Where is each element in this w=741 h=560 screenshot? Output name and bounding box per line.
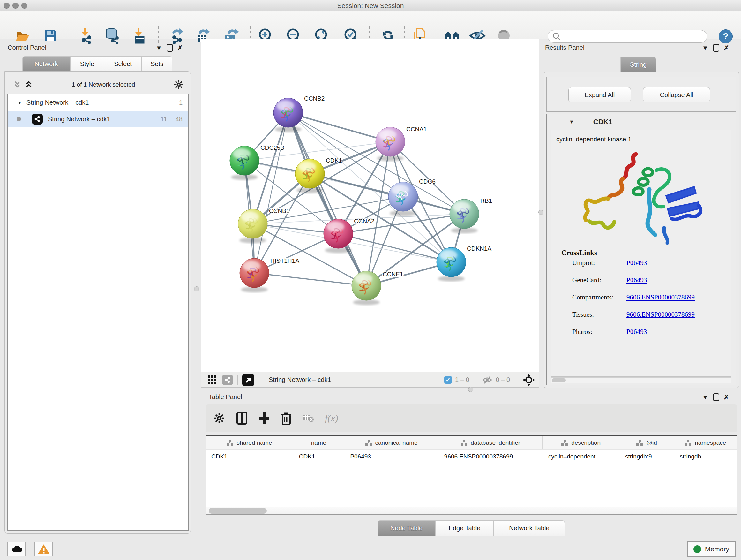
table-cell[interactable]: CDK1	[293, 450, 345, 464]
node-label-CCNE1: CCNE1	[383, 271, 403, 277]
selected-checkbox-icon[interactable]: ✓	[444, 376, 452, 384]
panel-float-icon[interactable]	[166, 44, 173, 52]
collapse-triangle-icon[interactable]: ▼	[569, 119, 574, 125]
export-network-icon[interactable]	[169, 27, 186, 44]
table-cell[interactable]: CDK1	[205, 450, 293, 464]
column-header-name[interactable]: name	[293, 436, 345, 449]
node-label-CDKN1A: CDKN1A	[467, 245, 491, 252]
tab-select[interactable]: Select	[104, 56, 142, 71]
save-session-icon[interactable]	[42, 27, 59, 44]
network-share-icon[interactable]	[222, 374, 233, 385]
help-button[interactable]: ?	[719, 29, 733, 44]
network-edge-CCNB2-CCNA1[interactable]	[288, 113, 390, 142]
network-graph[interactable]: CCNB2CCNA1CDC25BCDK1CDC6RB1CCNB1CCNA2CDK…	[201, 39, 539, 372]
panel-menu-icon[interactable]: ▼	[702, 44, 709, 52]
create-column-plus-icon[interactable]	[259, 412, 270, 425]
right-divider-grip[interactable]	[538, 210, 543, 215]
panel-close-icon[interactable]: ✗	[724, 393, 729, 401]
tab-edge-table[interactable]: Edge Table	[435, 520, 494, 536]
table-row[interactable]: CDK1CDK1P064939606.ENSP00000378699cyclin…	[205, 450, 737, 464]
result-entry-header[interactable]: ▼ CDK1	[547, 114, 736, 130]
bottom-divider-grip[interactable]	[468, 387, 473, 392]
network-edge-HIST1H1A-CCNE1[interactable]	[254, 273, 366, 286]
crosslink-link[interactable]: P06493	[626, 259, 647, 276]
import-network-database-icon[interactable]	[104, 27, 121, 44]
network-node-CDKN1A[interactable]	[436, 247, 466, 282]
panel-float-icon[interactable]	[713, 44, 719, 52]
network-edge-CCNB2-CCNE1[interactable]	[288, 113, 366, 286]
collapse-all-networks-icon[interactable]	[24, 80, 33, 89]
tab-sets[interactable]: Sets	[142, 56, 172, 71]
crosshair-icon[interactable]	[522, 374, 535, 386]
network-node-CCNE1[interactable]	[352, 271, 381, 305]
network-node-CCNA2[interactable]	[324, 219, 353, 253]
crosslink-link[interactable]: 9606.ENSP00000378699	[626, 294, 695, 311]
crosslink-label: Tissues:	[572, 311, 626, 328]
memory-button[interactable]: Memory	[687, 541, 736, 557]
search-box[interactable]	[548, 30, 707, 43]
warning-button[interactable]	[35, 542, 53, 557]
network-node-CCNA1[interactable]	[376, 127, 405, 161]
tab-node-table[interactable]: Node Table	[378, 520, 435, 536]
crosslink-link[interactable]: P06493	[626, 276, 647, 294]
grid-view-icon[interactable]	[208, 375, 216, 384]
network-selection-status: 1 of 1 Network selected	[33, 81, 173, 88]
panel-float-icon[interactable]	[713, 393, 719, 401]
network-edge-CCNB2-HIST1H1A[interactable]	[254, 113, 288, 273]
import-network-file-icon[interactable]	[78, 27, 94, 44]
network-options-gear-icon[interactable]	[173, 79, 184, 90]
column-header-description[interactable]: description	[542, 436, 619, 449]
table-tabs: Node TableEdge TableNetwork Table	[378, 520, 565, 536]
delete-column-trash-icon[interactable]	[281, 412, 292, 425]
expand-all-button[interactable]: Expand All	[568, 87, 631, 103]
results-horizontal-scrollbar[interactable]	[551, 377, 731, 383]
column-header--id[interactable]: @id	[619, 436, 674, 449]
left-divider-grip[interactable]	[194, 287, 199, 292]
tab-network-table[interactable]: Network Table	[494, 520, 565, 536]
network-type-icon	[32, 114, 43, 125]
table-options-gear-icon[interactable]	[213, 412, 225, 424]
open-session-icon[interactable]	[14, 27, 30, 44]
network-node-CDC25B[interactable]	[230, 146, 259, 180]
network-node-CDK1[interactable]	[295, 159, 325, 193]
results-tab-string[interactable]: String	[620, 57, 656, 72]
cloud-button[interactable]	[7, 542, 26, 557]
tab-style[interactable]: Style	[70, 56, 104, 71]
network-node-RB1[interactable]	[450, 199, 479, 233]
show-columns-icon[interactable]	[236, 412, 248, 425]
collapse-all-button[interactable]: Collapse All	[643, 87, 710, 103]
column-header-namespace[interactable]: namespace	[674, 436, 737, 449]
expand-all-networks-icon[interactable]	[12, 80, 22, 89]
column-header-shared-name[interactable]: shared name	[205, 436, 293, 449]
function-builder-icon: f(x)	[325, 413, 338, 424]
birdseye-view-icon[interactable]	[242, 374, 254, 386]
crosslink-link[interactable]: 9606.ENSP00000378699	[626, 311, 695, 328]
import-table-icon[interactable]	[131, 27, 147, 44]
tab-network[interactable]: Network	[22, 56, 70, 71]
collapse-triangle-icon[interactable]: ▼	[17, 100, 22, 105]
table-cell[interactable]: stringdb:9...	[619, 450, 674, 464]
panel-close-icon[interactable]: ✗	[178, 44, 183, 52]
panel-menu-icon[interactable]: ▼	[156, 44, 162, 52]
crosslink-label: Compartments:	[572, 294, 626, 311]
network-node-CCNB1[interactable]	[238, 209, 267, 243]
network-canvas[interactable]: CCNB2CCNA1CDC25BCDK1CDC6RB1CCNB1CCNA2CDK…	[201, 39, 539, 372]
scrollbar-thumb[interactable]	[209, 508, 267, 514]
crosslinks-title: CrossLinks	[561, 249, 597, 257]
node-label-CCNA2: CCNA2	[354, 218, 374, 225]
network-node-CCNB2[interactable]	[273, 98, 303, 132]
column-header-database-identifier[interactable]: database identifier	[439, 436, 542, 449]
table-horizontal-scrollbar[interactable]	[205, 507, 737, 515]
network-node-HIST1H1A[interactable]	[240, 258, 269, 293]
network-collection-row[interactable]: ▼ String Network – cdk1 1	[8, 94, 188, 111]
table-cell[interactable]: stringdb	[674, 450, 737, 464]
table-cell[interactable]: cyclin–dependent ...	[542, 450, 619, 464]
network-row[interactable]: String Network – cdk1 11 48	[8, 111, 188, 127]
panel-menu-icon[interactable]: ▼	[702, 394, 709, 401]
column-header-canonical-name[interactable]: canonical name	[344, 436, 439, 449]
search-input[interactable]	[561, 33, 695, 40]
panel-close-icon[interactable]: ✗	[724, 44, 729, 52]
crosslink-link[interactable]: P06493	[626, 328, 647, 345]
table-cell[interactable]: P06493	[344, 450, 438, 464]
table-cell[interactable]: 9606.ENSP00000378699	[439, 450, 542, 464]
